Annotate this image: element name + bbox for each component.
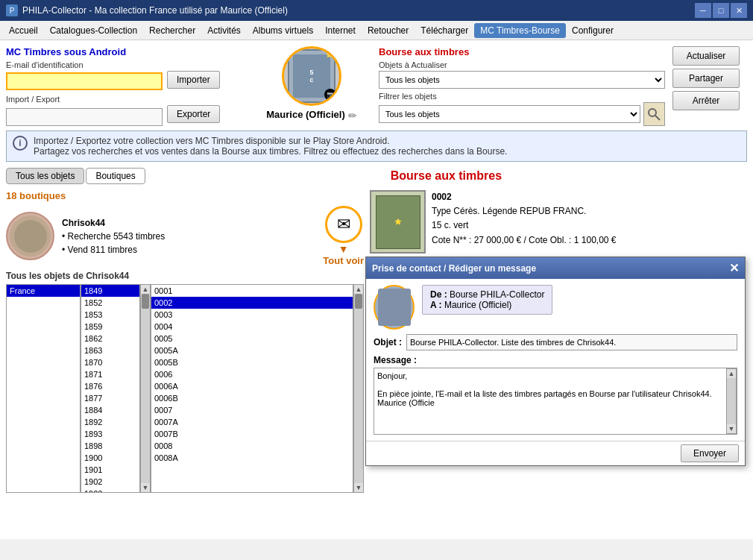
list-item[interactable]: 0006 — [151, 368, 353, 380]
stamp-list[interactable]: 0001 0002 0003 0004 0005 0005A 0005B 000… — [151, 284, 353, 493]
top-section: MC Timbres sous Android E-mail d'identif… — [6, 46, 747, 126]
list-item[interactable]: France — [7, 285, 80, 297]
actualiser-button[interactable]: Actualiser — [672, 46, 740, 66]
list-item[interactable]: 1884 — [81, 404, 139, 416]
boutique-card: Chrisok44 • Recherche 5543 timbres • Ven… — [6, 206, 364, 266]
boutique-username: Chrisok44 — [62, 216, 315, 230]
list-item[interactable]: 1849 — [81, 285, 139, 297]
arrow-down-icon: ▼ — [338, 243, 349, 255]
menu-bar: Accueil Catalogues-Collection Rechercher… — [0, 21, 753, 40]
minimize-button[interactable]: ─ — [695, 3, 711, 18]
list-item[interactable]: 1863 — [81, 345, 139, 356]
list-item[interactable]: 1902 — [81, 476, 139, 488]
list-item[interactable]: 0002 — [151, 297, 353, 309]
list-item[interactable]: 1853 — [81, 309, 139, 321]
list-item[interactable]: 1898 — [81, 440, 139, 452]
scroll-down-arrow[interactable]: ▼ — [728, 424, 736, 433]
search-button[interactable] — [643, 102, 665, 126]
menu-configurer[interactable]: Configurer — [566, 23, 620, 38]
list-item[interactable]: 0006A — [151, 380, 353, 392]
menu-catalogues[interactable]: Catalogues-Collection — [44, 23, 143, 38]
main-content: MC Timbres sous Android E-mail d'identif… — [0, 40, 753, 539]
menu-accueil[interactable]: Accueil — [3, 23, 44, 38]
list-item[interactable]: 0007B — [151, 428, 353, 440]
scroll-thumb[interactable] — [142, 294, 149, 309]
scroll-thumb[interactable] — [355, 294, 362, 309]
center-panel: 5c ⭐ 📷 Maurice (Officiel) ✏ — [252, 46, 371, 122]
list-item[interactable]: 0004 — [151, 321, 353, 333]
list-item[interactable]: 1877 — [81, 392, 139, 404]
partager-button[interactable]: Partager — [672, 69, 740, 88]
year-list[interactable]: 1849 1852 1853 1859 1862 1863 1870 1871 … — [81, 284, 140, 493]
scroll-down-arrow[interactable]: ▼ — [142, 483, 150, 492]
list-item[interactable]: 0008A — [151, 452, 353, 464]
menu-albums[interactable]: Albums virtuels — [247, 23, 319, 38]
list-item[interactable]: 1893 — [81, 428, 139, 440]
list-item[interactable]: 0003 — [151, 309, 353, 321]
tout-voir-button[interactable]: ✉ ▼ Tout voir — [323, 206, 364, 266]
import-export-input[interactable] — [6, 108, 163, 126]
list-item[interactable]: 1870 — [81, 356, 139, 368]
scroll-up-arrow[interactable]: ▲ — [355, 285, 363, 294]
user-avatar: 5c ⭐ 📷 — [282, 46, 341, 106]
message-scrollbar[interactable]: ▲ ▼ — [726, 368, 737, 434]
svg-point-0 — [649, 109, 656, 116]
list-item[interactable]: 0005B — [151, 356, 353, 368]
stamp-scrollbar[interactable]: ▲ ▼ — [353, 284, 364, 493]
year-scrollbar[interactable]: ▲ ▼ — [140, 284, 151, 493]
country-list[interactable]: France — [6, 284, 81, 493]
list-item[interactable]: 0007A — [151, 416, 353, 428]
dialog-close-button[interactable]: ✕ — [729, 261, 739, 275]
list-item[interactable]: 0008 — [151, 440, 353, 452]
list-item[interactable]: 1901 — [81, 464, 139, 476]
scroll-up-arrow[interactable]: ▲ — [142, 285, 150, 294]
bourse-section-title: Bourse aux timbres — [145, 169, 747, 183]
send-button[interactable]: Envoyer — [681, 444, 739, 462]
list-item[interactable]: 0006B — [151, 392, 353, 404]
list-item[interactable]: 1903 — [81, 488, 139, 493]
scroll-track[interactable] — [727, 378, 736, 424]
window-controls[interactable]: ─ □ ✕ — [695, 3, 747, 18]
scroll-down-arrow[interactable]: ▼ — [355, 483, 363, 492]
list-item[interactable]: 1900 — [81, 452, 139, 464]
tab-tous-objets[interactable]: Tous les objets — [6, 168, 84, 184]
menu-retoucher[interactable]: Retoucher — [362, 23, 415, 38]
list-item[interactable]: 0007 — [151, 404, 353, 416]
arreter-button[interactable]: Arrêter — [672, 91, 740, 110]
tab-boutiques[interactable]: Boutiques — [86, 168, 145, 184]
edit-icon[interactable]: ✏ — [348, 110, 357, 122]
email-input[interactable] — [6, 72, 163, 90]
scroll-track[interactable] — [354, 294, 363, 483]
list-item[interactable]: 1859 — [81, 321, 139, 333]
scroll-up-arrow[interactable]: ▲ — [728, 369, 736, 378]
list-item[interactable]: 1871 — [81, 368, 139, 380]
list-item[interactable]: 1852 — [81, 297, 139, 309]
subject-row: Objet : — [374, 334, 737, 350]
exporter-button[interactable]: Exporter — [167, 105, 220, 123]
maximize-button[interactable]: □ — [713, 3, 729, 18]
mc-timbres-title: MC Timbres sous Android — [6, 46, 245, 57]
list-item[interactable]: 0005A — [151, 345, 353, 356]
svg-line-1 — [655, 116, 660, 120]
message-textarea[interactable] — [374, 368, 726, 428]
year-list-container: 1849 1852 1853 1859 1862 1863 1870 1871 … — [81, 284, 151, 493]
filter-dropdown[interactable]: Tous les objets — [379, 105, 640, 123]
subject-input[interactable] — [406, 334, 737, 350]
list-item[interactable]: 1892 — [81, 416, 139, 428]
objects-dropdown[interactable]: Tous les objets — [379, 71, 665, 89]
close-button[interactable]: ✕ — [731, 3, 747, 18]
from-row: De : Bourse PHILA-Collector — [430, 289, 544, 300]
menu-telecharger[interactable]: Télécharger — [415, 23, 474, 38]
menu-activites[interactable]: Activités — [201, 23, 247, 38]
list-item[interactable]: 1876 — [81, 380, 139, 392]
menu-rechercher[interactable]: Rechercher — [143, 23, 201, 38]
list-item[interactable]: 0005 — [151, 333, 353, 345]
menu-mc-timbres[interactable]: MC Timbres-Bourse — [474, 23, 566, 38]
action-panel: Actualiser Partager Arrêter — [672, 46, 747, 113]
boutique-vend: • Vend 811 timbres — [62, 243, 315, 257]
menu-internet[interactable]: Internet — [319, 23, 362, 38]
scroll-track[interactable] — [141, 294, 150, 483]
importer-button[interactable]: Importer — [167, 71, 220, 89]
list-item[interactable]: 0001 — [151, 285, 353, 297]
list-item[interactable]: 1862 — [81, 333, 139, 345]
